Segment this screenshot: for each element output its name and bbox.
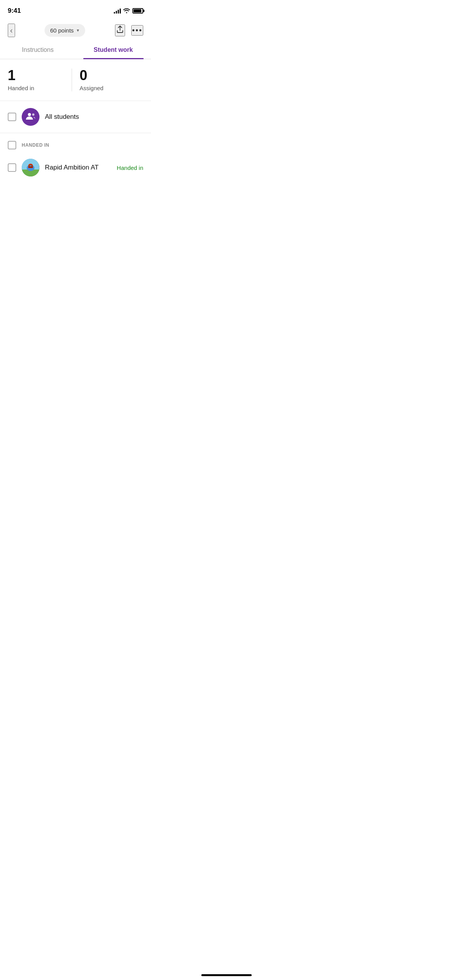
svg-point-1 bbox=[32, 113, 34, 116]
student-status-badge: Handed in bbox=[117, 164, 143, 171]
svg-rect-6 bbox=[28, 166, 33, 168]
toolbar-right: ••• bbox=[115, 24, 143, 36]
section-handed-in-label: HANDED IN bbox=[22, 142, 49, 148]
status-bar: 9:41 bbox=[0, 0, 151, 19]
tab-instructions[interactable]: Instructions bbox=[0, 41, 76, 59]
section-handed-in-header: HANDED IN bbox=[0, 133, 151, 153]
status-icons bbox=[114, 8, 143, 14]
back-button[interactable]: ‹ bbox=[8, 24, 15, 37]
assigned-label: Assigned bbox=[80, 85, 136, 91]
handed-in-count: 1 bbox=[8, 69, 64, 82]
signal-icon bbox=[114, 8, 121, 14]
chevron-down-icon: ▼ bbox=[76, 28, 80, 33]
student-name: Rapid Ambition AT bbox=[45, 164, 112, 171]
handed-in-label: Handed in bbox=[8, 85, 64, 91]
toolbar: ‹ 60 points ▼ ••• bbox=[0, 19, 151, 41]
share-button[interactable] bbox=[115, 24, 125, 36]
handed-in-section-checkbox[interactable] bbox=[8, 141, 16, 149]
battery-icon bbox=[132, 8, 143, 14]
tab-student-work[interactable]: Student work bbox=[76, 41, 151, 59]
avatar bbox=[22, 159, 39, 176]
wifi-icon bbox=[123, 8, 130, 14]
stat-assigned: 0 Assigned bbox=[72, 69, 144, 91]
student-checkbox[interactable] bbox=[8, 163, 16, 172]
group-icon bbox=[26, 112, 36, 122]
all-students-avatar bbox=[22, 108, 39, 126]
svg-point-0 bbox=[28, 113, 31, 116]
all-students-label: All students bbox=[45, 113, 79, 121]
points-dropdown[interactable]: 60 points ▼ bbox=[45, 24, 85, 37]
tabs: Instructions Student work bbox=[0, 41, 151, 59]
more-options-button[interactable]: ••• bbox=[131, 25, 143, 36]
all-students-row[interactable]: All students bbox=[0, 101, 151, 133]
points-label: 60 points bbox=[50, 27, 74, 34]
svg-rect-8 bbox=[29, 166, 32, 166]
all-students-checkbox[interactable] bbox=[8, 113, 16, 121]
stats-row: 1 Handed in 0 Assigned bbox=[0, 59, 151, 101]
status-time: 9:41 bbox=[8, 7, 21, 15]
student-row[interactable]: Rapid Ambition AT Handed in bbox=[0, 153, 151, 182]
stat-handed-in: 1 Handed in bbox=[8, 69, 72, 91]
assigned-count: 0 bbox=[80, 69, 136, 82]
